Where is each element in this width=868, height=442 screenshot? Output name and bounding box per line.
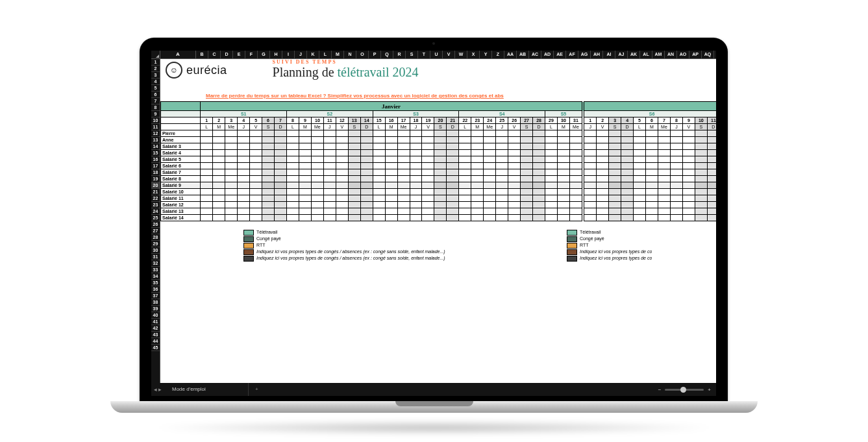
select-all-corner[interactable]: [151, 51, 160, 58]
zoom-control[interactable]: − +: [653, 383, 716, 396]
column-headers[interactable]: ABCDEFGHIJKLMNOPQRSTUVWXYZAAABACADAEAFAG…: [151, 51, 716, 59]
spreadsheet-screen: ABCDEFGHIJKLMNOPQRSTUVWXYZAAABACADAEAFAG…: [151, 51, 716, 396]
sheet-tabs-bar: ◂▸ Mode d'emploiPlanning de télétravail …: [151, 383, 716, 396]
next-icon: ▸: [158, 386, 162, 393]
zoom-in-icon: +: [708, 387, 711, 393]
page-title: Planning de télétravail 2024: [273, 65, 419, 80]
cells-area[interactable]: ☺ eurécia SUIVI DES TEMPS Planning de té…: [160, 59, 716, 384]
kicker: SUIVI DES TEMPS: [273, 59, 419, 65]
zoom-slider: [665, 389, 704, 391]
logo-icon: ☺: [166, 62, 182, 79]
brand-logo: ☺ eurécia: [160, 59, 227, 81]
tabs-nav[interactable]: ◂▸: [151, 383, 164, 396]
sheet-tab[interactable]: Mode d'emploi: [164, 383, 249, 396]
prev-icon: ◂: [154, 386, 157, 393]
add-sheet-button[interactable]: +: [249, 383, 265, 396]
promo-link[interactable]: Marre de perdre du temps sur un tableau …: [160, 86, 716, 101]
legend: TélétravailCongé payéRTTIndiquez ici vos…: [160, 229, 716, 262]
row-headers[interactable]: 1234567891011121314151617181920212223242…: [151, 59, 160, 384]
planning-grid[interactable]: JanvierS1S2S3S4S5S6123456789101112131415…: [160, 101, 716, 221]
zoom-out-icon: −: [658, 387, 662, 393]
